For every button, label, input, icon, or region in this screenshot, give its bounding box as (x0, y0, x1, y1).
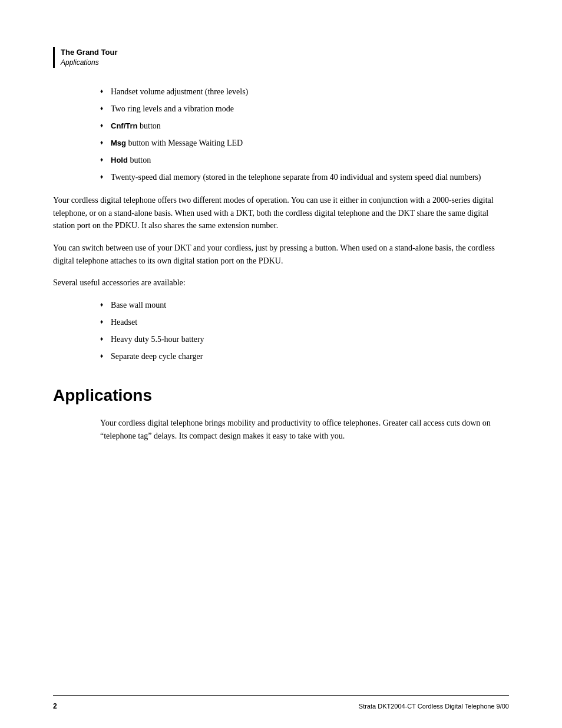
list-item: Two ring levels and a vibration mode (100, 103, 509, 115)
list-item-text: Two ring levels and a vibration mode (111, 104, 234, 113)
msg-bold: Msg (111, 139, 126, 147)
footer-divider (53, 695, 509, 696)
list-item: Base wall mount (100, 299, 509, 311)
list-item-text: Handset volume adjustment (three levels) (111, 87, 248, 96)
list-item-text: button (138, 121, 161, 130)
list-item-text: button with Message Waiting LED (126, 139, 243, 147)
paragraph-switch: You can switch between use of your DKT a… (53, 242, 509, 267)
header-section: The Grand Tour Applications (53, 47, 509, 68)
list-item-text: Headset (111, 318, 137, 327)
document-title: Strata DKT2004-CT Cordless Digital Telep… (359, 703, 509, 710)
list-item: Twenty-speed dial memory (stored in the … (100, 171, 509, 183)
list-item: Handset volume adjustment (three levels) (100, 85, 509, 98)
list-item: Heavy duty 5.5-hour battery (100, 333, 509, 345)
hold-bold: Hold (111, 156, 128, 164)
page-number: 2 (53, 702, 57, 710)
list-item-text: Heavy duty 5.5-hour battery (111, 335, 204, 344)
paragraph-accessories-intro: Several useful accessories are available… (53, 276, 509, 289)
header-title: The Grand Tour (61, 47, 509, 58)
list-item-text: Base wall mount (111, 301, 166, 309)
header-subtitle: Applications (61, 58, 509, 68)
footer: 2 Strata DKT2004-CT Cordless Digital Tel… (53, 702, 509, 710)
list-item-text: button (128, 156, 151, 164)
page: The Grand Tour Applications Handset volu… (0, 0, 562, 728)
list-item: Headset (100, 316, 509, 328)
features-list: Handset volume adjustment (three levels)… (100, 85, 509, 183)
list-item: Separate deep cycle charger (100, 350, 509, 363)
list-item-text: Separate deep cycle charger (111, 352, 203, 361)
list-item: Hold button (100, 154, 509, 166)
applications-heading: Applications (53, 386, 509, 405)
list-item: Cnf/Trn button (100, 120, 509, 132)
accessories-list: Base wall mount Headset Heavy duty 5.5-h… (100, 299, 509, 363)
cnf-trn-bold: Cnf/Trn (111, 121, 138, 130)
list-item: Msg button with Message Waiting LED (100, 137, 509, 149)
list-item-text: Twenty-speed dial memory (stored in the … (111, 173, 481, 182)
paragraph-modes: Your cordless digital telephone offers t… (53, 194, 509, 232)
applications-paragraph: Your cordless digital telephone brings m… (100, 417, 509, 442)
